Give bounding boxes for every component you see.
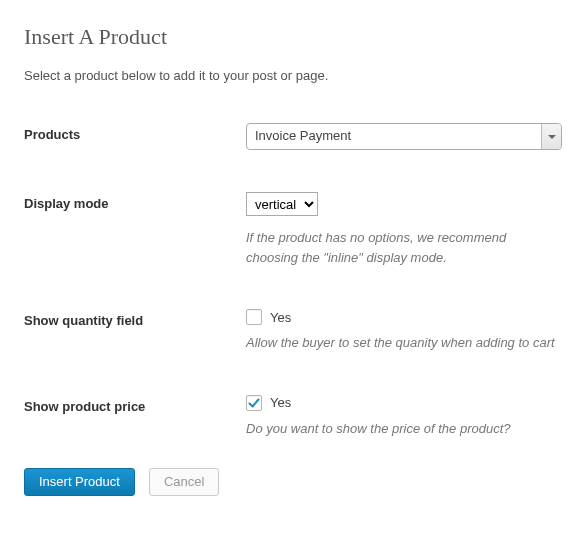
cancel-button[interactable]: Cancel: [149, 468, 219, 496]
show-quantity-label: Show quantity field: [24, 309, 246, 328]
products-select[interactable]: Invoice Payment: [246, 123, 562, 150]
show-price-checkbox-label: Yes: [270, 395, 291, 410]
page-title: Insert A Product: [24, 24, 560, 50]
row-display-mode: Display mode vertical If the product has…: [24, 192, 560, 267]
display-mode-select[interactable]: vertical: [246, 192, 318, 216]
row-show-price: Show product price Yes Do you want to sh…: [24, 395, 560, 439]
row-show-quantity: Show quantity field Yes Allow the buyer …: [24, 309, 560, 353]
display-mode-helper: If the product has no options, we recomm…: [246, 228, 556, 267]
products-label: Products: [24, 123, 246, 142]
show-quantity-checkbox-label: Yes: [270, 310, 291, 325]
show-quantity-checkbox[interactable]: [246, 309, 262, 325]
chevron-down-icon: [541, 124, 561, 149]
show-price-label: Show product price: [24, 395, 246, 414]
button-row: Insert Product Cancel: [24, 468, 560, 496]
show-quantity-helper: Allow the buyer to set the quanity when …: [246, 333, 556, 353]
products-select-value: Invoice Payment: [247, 124, 541, 149]
show-price-checkbox[interactable]: [246, 395, 262, 411]
row-products: Products Invoice Payment: [24, 123, 560, 150]
check-icon: [248, 397, 260, 409]
display-mode-label: Display mode: [24, 192, 246, 211]
page-subtitle: Select a product below to add it to your…: [24, 68, 560, 83]
show-price-helper: Do you want to show the price of the pro…: [246, 419, 556, 439]
insert-product-button[interactable]: Insert Product: [24, 468, 135, 496]
